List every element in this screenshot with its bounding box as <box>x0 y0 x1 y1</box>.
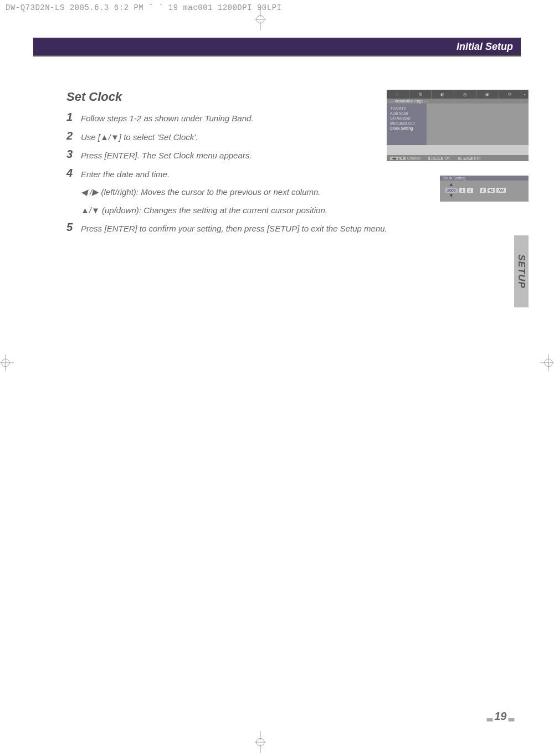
osd-sidebar: TV/CATV Auto Scan CH Add/Del Modulator O… <box>387 104 427 145</box>
clock-value-row: 2005 1 1 2 42 AM <box>445 188 523 193</box>
clock-year: 2005 <box>445 188 458 193</box>
step-text: Follow steps 1-2 as shown under Tuning B… <box>81 111 254 125</box>
osd-tab-icon: • <box>521 90 529 99</box>
step-5: 5 Press [ENTER] to confirm your setting,… <box>66 221 521 235</box>
print-job-header: DW-Q73D2N-LS 2005.6.3 6:2 PM ˘ ` 19 mac0… <box>0 0 554 16</box>
step-number: 2 <box>66 130 81 142</box>
clock-minute: 42 <box>488 188 495 193</box>
osd-menu-item: TV/CATV <box>390 106 423 111</box>
step-number: 5 <box>66 221 81 234</box>
osd-blank-area <box>387 145 529 155</box>
footer-choose-label: Choose <box>407 156 420 160</box>
osd-tab-bar: ⎍ ⚙ ◐ ◎ ◉ ⟳ • <box>387 90 529 99</box>
page-header-title: Initial Setup <box>456 41 513 53</box>
step-text: Press [ENTER]. The Set Clock menu appear… <box>81 148 252 162</box>
setup-button-icon: SETUP <box>458 157 473 160</box>
crop-mark-bottom <box>249 731 271 753</box>
osd-main-area <box>427 104 529 145</box>
osd-menu-item: CH Add/Del <box>390 116 423 121</box>
osd-tab-icon: ◐ <box>432 90 454 99</box>
osd-footer: ◀▶▲▼Choose ENTEROK SETUPExit <box>387 155 529 161</box>
osd-page-title: - - Installation Page - - <box>387 99 529 104</box>
osd-tab-icon: ⚙ <box>409 90 432 99</box>
osd-tab-icon: ⎍ <box>387 90 409 99</box>
page-number-decor: ▃ <box>487 713 495 721</box>
footer-exit-label: Exit <box>474 156 481 160</box>
nav-button-icon: ◀▶▲▼ <box>390 157 406 160</box>
down-arrow-icon: ▼ <box>445 193 523 198</box>
thumb-tab-label: SETUP <box>516 254 527 289</box>
clock-month: 1 <box>459 188 465 193</box>
clock-box-body: ▲ 2005 1 1 2 42 AM ▼ <box>440 181 529 202</box>
osd-menu-item-selected: Clock Setting <box>390 126 423 131</box>
enter-button-icon: ENTER <box>428 157 443 160</box>
osd-menu-item: Auto Scan <box>390 111 423 116</box>
step-4b: ▲/▼ (up/down): Changes the setting at th… <box>81 203 521 217</box>
page-number-decor: ▃ <box>506 713 514 721</box>
clock-day: 1 <box>467 188 473 193</box>
step-text: Press [ENTER] to confirm your setting, t… <box>81 221 387 235</box>
crop-mark-left <box>0 354 14 371</box>
crop-mark-right <box>540 354 554 371</box>
osd-tab-icon: ⟳ <box>499 90 522 99</box>
clock-box-title: Clock Setting <box>440 176 529 181</box>
page-number: ▃ 19 ▃ <box>487 710 515 723</box>
step-number: 4 <box>66 167 81 179</box>
osd-tab-icon: ◉ <box>476 90 499 99</box>
step-number: 1 <box>66 111 81 124</box>
clock-ampm: AM <box>496 188 506 193</box>
svg-point-6 <box>257 738 264 746</box>
clock-setting-illustration: Clock Setting ▲ 2005 1 1 2 42 AM ▼ <box>440 176 529 202</box>
footer-ok-label: OK <box>444 156 450 160</box>
osd-menu-illustration: ⎍ ⚙ ◐ ◎ ◉ ⟳ • - - Installation Page - - … <box>387 90 529 161</box>
step-text: Enter the date and time. <box>81 167 170 181</box>
osd-body: TV/CATV Auto Scan CH Add/Del Modulator O… <box>387 104 529 145</box>
svg-point-8 <box>2 359 9 367</box>
step-text: Use [▲/▼] to select 'Set Clock'. <box>81 130 198 144</box>
osd-tab-icon: ◎ <box>454 90 477 99</box>
thumb-tab-setup: SETUP <box>514 235 529 307</box>
osd-menu-item: Modulator Out <box>390 121 423 126</box>
page-header-bar: Initial Setup <box>33 38 521 56</box>
svg-point-2 <box>257 16 264 23</box>
clock-hour: 2 <box>480 188 486 193</box>
up-arrow-icon: ▲ <box>445 182 523 187</box>
step-number: 3 <box>66 148 81 161</box>
svg-point-11 <box>545 359 552 367</box>
